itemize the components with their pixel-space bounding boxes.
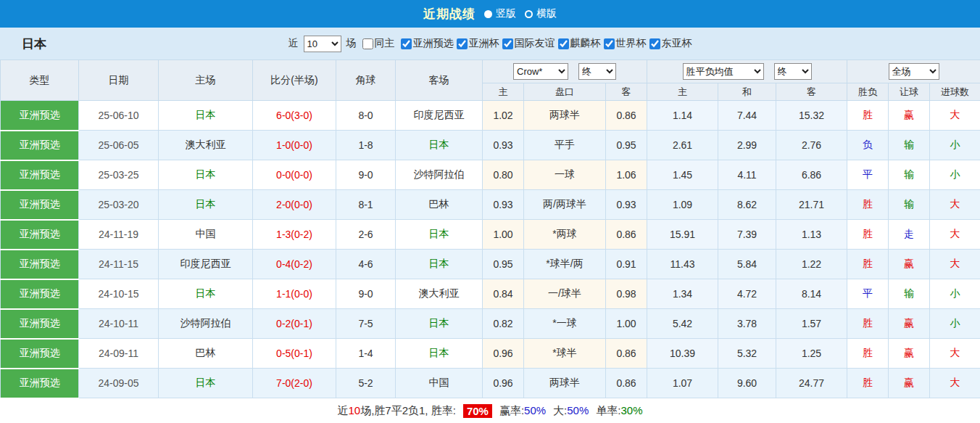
date-cell: 25-06-10 <box>79 101 159 131</box>
home-team-cell: 日本 <box>159 190 253 220</box>
handicap-result-cell: 赢 <box>889 339 930 369</box>
europe-home-odds-cell: 15.91 <box>647 220 718 250</box>
bookmaker-select[interactable]: Crow* <box>513 63 568 80</box>
same-home-checkbox[interactable] <box>362 38 373 49</box>
result-cell: 胜 <box>847 190 889 220</box>
asia-away-odds-cell: 0.86 <box>606 369 647 398</box>
table-row: 亚洲预选25-06-10日本6-0(3-0)8-0印度尼西亚1.02两球半0.8… <box>1 101 980 131</box>
competition-checkbox[interactable] <box>604 38 615 49</box>
corner-cell: 7-5 <box>336 309 396 339</box>
single-label: 单率: <box>596 404 620 416</box>
date-cell: 25-03-25 <box>79 160 159 190</box>
away-team-cell: 日本 <box>396 131 483 160</box>
europe-draw-odds-cell: 2.99 <box>718 131 776 160</box>
competition-checkbox[interactable] <box>401 38 412 49</box>
same-home-filter[interactable]: 同主 <box>360 37 395 50</box>
competition-filter-5[interactable]: 东亚杯 <box>647 37 692 50</box>
corner-cell: 8-1 <box>336 190 396 220</box>
asia-handicap-cell: *一球 <box>524 309 606 339</box>
asia-handicap-cell: *球半/两 <box>524 250 606 279</box>
radio-unselected-icon[interactable] <box>525 10 533 18</box>
home-team-cell: 日本 <box>159 369 253 398</box>
match-type-cell: 亚洲预选 <box>1 279 79 309</box>
goals-cell: 大 <box>930 101 980 131</box>
corner-cell: 5-2 <box>336 369 396 398</box>
radio-selected-icon[interactable] <box>484 10 492 18</box>
result-cell: 负 <box>847 131 889 160</box>
asia-home-odds-cell: 0.84 <box>483 279 524 309</box>
layout-radio-vertical[interactable]: 竖版 <box>484 7 516 20</box>
europe-draw-odds-cell: 4.72 <box>718 279 776 309</box>
home-team-cell: 日本 <box>159 101 253 131</box>
col-header-score: 比分(半场) <box>253 60 336 101</box>
competition-checkbox[interactable] <box>502 38 513 49</box>
competition-filter-2[interactable]: 国际友谊 <box>499 37 555 50</box>
summary-footer: 近10场,胜7平2负1, 胜率: 70% 赢率:50% 大:50% 单率:30% <box>0 399 980 423</box>
date-cell: 25-06-05 <box>79 131 159 160</box>
goals-cell: 大 <box>930 250 980 279</box>
asia-away-odds-cell: 0.98 <box>606 279 647 309</box>
col-header-europe-away: 客 <box>776 83 847 101</box>
europe-draw-odds-cell: 7.44 <box>718 101 776 131</box>
goals-cell: 小 <box>930 131 980 160</box>
europe-draw-odds-cell: 7.39 <box>718 220 776 250</box>
layout-radio-horizontal[interactable]: 横版 <box>525 7 557 20</box>
table-row: 亚洲预选24-11-19中国1-3(0-2)2-6日本1.00*两球0.8615… <box>1 220 980 250</box>
handicap-result-cell: 赢 <box>889 250 930 279</box>
away-team-cell: 日本 <box>396 309 483 339</box>
asia-home-odds-cell: 0.93 <box>483 190 524 220</box>
competition-checkbox[interactable] <box>649 38 660 49</box>
table-row: 亚洲预选24-11-15印度尼西亚0-4(0-2)4-6日本0.95*球半/两0… <box>1 250 980 279</box>
handicap-result-cell: 输 <box>889 160 930 190</box>
competition-filter-1[interactable]: 亚洲杯 <box>454 37 499 50</box>
europe-odds-type-select[interactable]: 胜平负均值 <box>683 63 764 80</box>
competition-filter-0[interactable]: 亚洲预选 <box>398 37 454 50</box>
europe-home-odds-cell: 1.07 <box>647 369 718 398</box>
home-team-cell: 巴林 <box>159 339 253 369</box>
competition-filter-3[interactable]: 麒麟杯 <box>555 37 601 50</box>
recent-count-select[interactable]: 10 <box>304 36 341 52</box>
match-type-cell: 亚洲预选 <box>1 250 79 279</box>
date-cell: 24-11-15 <box>79 250 159 279</box>
team-name: 日本 <box>22 36 46 52</box>
big-value: 50% <box>567 404 589 416</box>
europe-home-odds-cell: 10.39 <box>647 339 718 369</box>
col-header-result: 胜负 <box>847 83 889 101</box>
competition-checkbox[interactable] <box>558 38 569 49</box>
col-header-away: 客场 <box>396 60 483 101</box>
asia-home-odds-cell: 0.82 <box>483 309 524 339</box>
europe-draw-odds-cell: 5.84 <box>718 250 776 279</box>
asia-home-odds-cell: 0.93 <box>483 131 524 160</box>
asia-handicap-cell: 一/球半 <box>524 279 606 309</box>
score-cell: 0-5(0-1) <box>253 339 336 369</box>
filter-controls: 近 10 场 同主 亚洲预选亚洲杯国际友谊麒麟杯世界杯东亚杯 <box>0 36 980 52</box>
same-home-label: 同主 <box>375 37 395 50</box>
asia-odds-state-select[interactable]: 终 <box>578 63 616 80</box>
corner-cell: 1-4 <box>336 339 396 369</box>
match-scope-select[interactable]: 全场 <box>889 63 939 80</box>
europe-away-odds-cell: 1.22 <box>776 250 847 279</box>
europe-away-odds-cell: 24.77 <box>776 369 847 398</box>
competition-filter-4[interactable]: 世界杯 <box>601 37 647 50</box>
col-header-home: 主场 <box>159 60 253 101</box>
asia-home-odds-cell: 0.95 <box>483 250 524 279</box>
col-header-europe-home: 主 <box>647 83 718 101</box>
summary-rest: 场,胜7平2负1, 胜率: <box>360 404 456 416</box>
page-title: 近期战绩 <box>423 6 476 22</box>
away-team-cell: 日本 <box>396 250 483 279</box>
match-type-cell: 亚洲预选 <box>1 131 79 160</box>
goals-cell: 大 <box>930 190 980 220</box>
table-row: 亚洲预选25-03-20日本2-0(0-0)8-1巴林0.93两/两球半0.93… <box>1 190 980 220</box>
score-cell: 1-1(0-0) <box>253 279 336 309</box>
asia-home-odds-cell: 0.80 <box>483 160 524 190</box>
competition-checkbox[interactable] <box>457 38 468 49</box>
europe-odds-state-select[interactable]: 终 <box>774 63 812 80</box>
date-cell: 24-11-19 <box>79 220 159 250</box>
asia-handicap-cell: 两球半 <box>524 369 606 398</box>
result-cell: 平 <box>847 160 889 190</box>
asia-away-odds-cell: 0.86 <box>606 101 647 131</box>
scope-group-header: 全场 <box>847 60 980 83</box>
europe-odds-group-header: 胜平负均值 终 <box>647 60 847 83</box>
asia-home-odds-cell: 1.00 <box>483 220 524 250</box>
results-table: 类型 日期 主场 比分(半场) 角球 客场 Crow* 终 胜平负均值 终 <box>0 59 980 399</box>
